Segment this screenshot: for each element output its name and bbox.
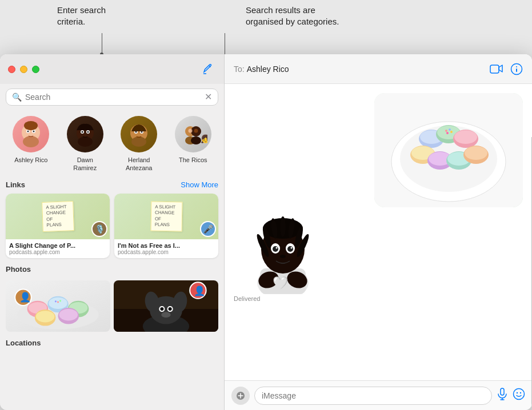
svg-point-51 [169,307,172,311]
avatar-herland-memoji [125,120,153,148]
svg-point-36 [59,309,78,320]
message-macarons [234,93,523,207]
compose-button[interactable] [200,61,216,77]
apps-icon [236,391,245,400]
contact-ricos-name: The Ricos [179,156,207,164]
svg-point-77 [449,128,451,131]
app-window: 🔍 ✕ [0,54,532,410]
locations-section-header: Locations [6,339,218,347]
svg-point-98 [280,255,286,258]
svg-point-95 [287,246,293,252]
chat-actions [490,63,523,75]
contact-dawn-name: DawnRamirez [73,156,97,172]
memoji-svg: 🤍 [243,214,323,294]
link-card-2-info: I'm Not as Free as I... podcasts.apple.c… [114,239,218,258]
svg-point-14 [131,136,146,147]
link-card-1-url: podcasts.apple.com [9,249,106,255]
link-card-1-title: A Slight Change of P... [9,242,106,249]
search-bar: 🔍 ✕ [6,89,218,106]
svg-point-37 [57,301,59,303]
links-section-header: Links Show More [6,180,218,189]
link-card-2-image: A SLIGHTCHANGE OFPLANS 🎤 [114,194,218,239]
macarons-svg: 👤 [6,280,110,332]
svg-text:👤: 👤 [19,291,31,303]
svg-text:👧: 👧 [201,134,207,144]
svg-rect-58 [516,69,517,72]
video-call-icon [490,64,503,74]
link-card-2-title: I'm Not as Free as I... [118,242,215,249]
chat-apps-button[interactable] [231,387,250,405]
callout-line-2 [225,33,225,54]
svg-point-22 [191,136,201,144]
svg-point-8 [78,136,93,147]
avatar-ashley [13,116,49,152]
svg-point-6 [24,121,38,130]
photo-dog[interactable]: 👤 [114,280,218,332]
info-icon [510,63,523,75]
svg-point-23 [188,129,192,133]
svg-point-78 [450,131,453,133]
svg-point-75 [465,146,487,160]
svg-point-106 [514,388,525,399]
avatar-dawn-memoji [71,120,99,148]
svg-point-67 [454,130,477,144]
chat-panel: To: Ashley Rico [225,54,532,410]
avatar-ricos: 👧 [175,116,211,152]
photos-section-header-container: Photos [0,260,224,280]
contact-ashley[interactable]: Ashley Rico [8,116,54,172]
show-more-links[interactable]: Show More [181,180,218,189]
chat-recipient: Ashley Rico [247,65,289,74]
contact-herland[interactable]: HerlandAntezana [116,116,162,172]
links-row: A SLIGHTCHANGE OFPLANS 🎙️ A Slight Chang… [6,194,218,258]
search-clear-button[interactable]: ✕ [205,93,212,102]
close-button[interactable] [8,66,15,73]
chat-messages: 🤍 Delivered [225,84,532,380]
locations-section: Locations [0,336,224,354]
contact-ricos[interactable]: 👧 The Ricos [170,116,216,172]
emoji-icon [513,388,525,400]
contact-ashley-name: Ashley Rico [14,156,47,164]
svg-point-4 [27,131,29,132]
svg-point-79 [446,132,449,134]
compose-icon [203,64,213,74]
message-input[interactable] [254,387,492,405]
link-card-1-note: A SLIGHTCHANGE OFPLANS [42,201,74,231]
locations-section-title: Locations [6,339,41,347]
search-icon: 🔍 [12,93,22,102]
links-section: Links Show More A SLIGHTCHANGE OFPLANS 🎙… [0,176,224,260]
contact-dawn[interactable]: DawnRamirez [62,116,108,172]
chat-macarons-svg [374,93,523,207]
emoji-button[interactable] [513,388,525,404]
svg-point-12 [87,131,89,133]
search-input[interactable] [25,93,201,102]
contacts-row: Ashley Rico DawnRamir [0,110,224,176]
chat-input-bar [225,380,532,410]
link-card-2-url: podcasts.apple.com [118,249,215,255]
photo-macarons[interactable]: 👤 [6,280,110,332]
svg-point-24 [194,129,198,133]
avatar-herland [121,116,157,152]
chat-to-label: To: [234,65,245,74]
video-call-button[interactable] [490,64,503,74]
chat-image-macarons [374,93,523,207]
svg-text:👤: 👤 [194,284,206,296]
svg-point-5 [33,131,35,132]
svg-point-1 [23,136,39,147]
svg-rect-55 [490,65,499,73]
callout-line-1 [102,33,102,54]
audio-button[interactable] [497,388,508,403]
minimize-button[interactable] [20,66,27,73]
svg-point-57 [516,66,517,67]
svg-point-39 [55,300,57,302]
link-card-2[interactable]: A SLIGHTCHANGE OFPLANS 🎤 I'm Not as Free… [114,194,218,258]
audio-icon [497,388,508,400]
maximize-button[interactable] [32,66,39,73]
svg-point-76 [445,130,447,132]
info-button[interactable] [510,63,523,75]
callout-search-results: Search results are organised by categori… [246,5,339,28]
sidebar-titlebar [0,54,224,84]
delivered-label: Delivered [234,295,260,302]
svg-point-50 [160,307,163,311]
link-card-1[interactable]: A SLIGHTCHANGE OFPLANS 🎙️ A Slight Chang… [6,194,110,258]
svg-point-107 [517,392,518,393]
